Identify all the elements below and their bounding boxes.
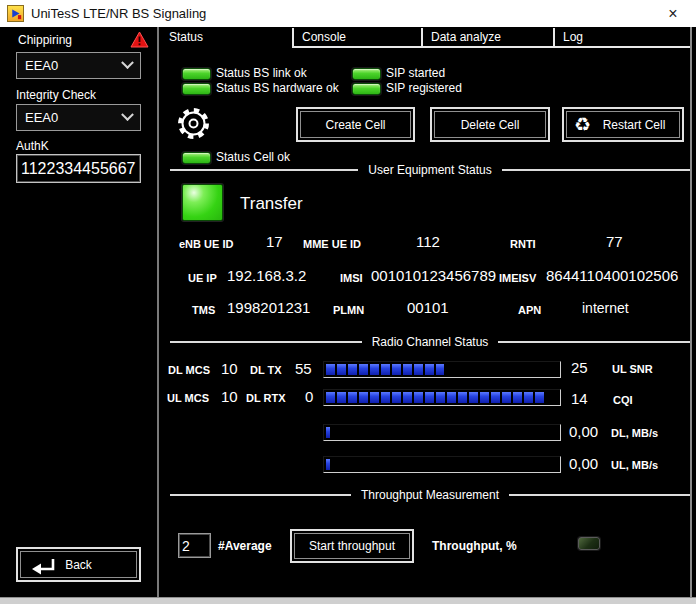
tms-value: 1998201231 [227, 299, 310, 316]
chevron-down-icon [121, 108, 134, 121]
integrity-label: Integrity Check [16, 88, 96, 102]
transfer-label: Transfer [240, 194, 303, 214]
title-bar: UniTesS LTE/NR BS Signaling × [0, 0, 696, 27]
window-right-border [690, 27, 692, 597]
enb-ue-id-label: eNB UE ID [179, 238, 233, 250]
sip-started-led [352, 68, 381, 80]
bs-hardware-label: Status BS hardware ok [216, 81, 339, 95]
tab-divider [553, 28, 555, 48]
tab-console-label: Console [302, 30, 346, 44]
start-throughput-button[interactable]: Start throughput [290, 529, 414, 563]
ul-mcs-label: UL MCS [167, 392, 209, 404]
recycle-icon: ♻ [574, 115, 591, 134]
cqi-bar [323, 389, 561, 406]
throughput-section-title: Throughput Measurement [361, 488, 499, 502]
enb-ue-id-value: 17 [266, 233, 283, 250]
back-label: Back [65, 558, 92, 572]
tab-status[interactable]: Status [159, 28, 292, 48]
chippiring-selected: EEA0 [25, 58, 58, 73]
imeisv-value: 8644110400102506 [546, 267, 678, 284]
close-button[interactable]: × [650, 0, 696, 27]
tab-underline [294, 46, 690, 48]
radio-section-title: Radio Channel Status [372, 335, 489, 349]
tab-data-analyze[interactable]: Data analyze [423, 28, 551, 48]
app-window: UniTesS LTE/NR BS Signaling × Chippiring… [0, 0, 696, 604]
apn-label: APN [518, 304, 541, 316]
integrity-dropdown[interactable]: EEA0 [16, 104, 141, 131]
mme-ue-id-value: 112 [416, 233, 440, 250]
dl-mcs-value: 10 [221, 360, 238, 377]
throughput-led [578, 537, 600, 550]
close-icon: × [668, 5, 677, 23]
separator-line [502, 169, 690, 171]
tab-divider [292, 28, 294, 48]
dl-tx-label: DL TX [250, 364, 282, 376]
ul-snr-bar [323, 361, 561, 378]
cqi-label: CQI [613, 394, 633, 406]
cqi-bar-fill [326, 392, 545, 403]
create-cell-button[interactable]: Create Cell [296, 107, 415, 142]
authk-label: AuthK [16, 139, 49, 153]
plmn-value: 00101 [407, 299, 449, 316]
window-title: UniTesS LTE/NR BS Signaling [31, 0, 206, 27]
dl-mcs-label: DL MCS [168, 364, 210, 376]
average-label: #Average [218, 539, 272, 553]
chippiring-dropdown[interactable]: EEA0 [16, 52, 141, 79]
imsi-value: 001010123456789 [371, 267, 496, 284]
horizontal-scrollbar[interactable] [0, 597, 696, 604]
plmn-label: PLMN [333, 304, 364, 316]
dl-mbs-value: 0,00 [569, 423, 598, 440]
dl-rtx-value: 0 [305, 388, 313, 405]
rnti-value: 77 [606, 233, 623, 250]
separator-line [509, 494, 690, 496]
integrity-selected: EEA0 [25, 110, 58, 125]
tab-console[interactable]: Console [294, 28, 420, 48]
chevron-down-icon [121, 56, 134, 69]
separator-line [170, 341, 362, 343]
sip-registered-label: SIP registered [386, 81, 462, 95]
start-throughput-label: Start throughput [309, 539, 395, 553]
restart-cell-button[interactable]: ♻ Restart Cell [562, 107, 684, 142]
app-icon [7, 5, 24, 22]
status-cell-label: Status Cell ok [216, 150, 290, 164]
tab-data-analyze-label: Data analyze [431, 30, 501, 44]
bs-link-label: Status BS link ok [216, 66, 307, 80]
ul-mbs-bar [323, 456, 561, 473]
authk-input[interactable] [16, 154, 141, 183]
gear-icon [176, 106, 211, 141]
dl-tx-value: 55 [295, 360, 312, 377]
bs-link-led [182, 68, 211, 80]
throughput-percent-label: Throughput, % [432, 539, 517, 553]
ue-section-title: User Equipment Status [368, 163, 491, 177]
ue-ip-value: 192.168.3.2 [227, 267, 306, 284]
average-input[interactable] [178, 533, 211, 558]
ul-mbs-bar-fill [326, 459, 330, 470]
ul-mcs-value: 10 [221, 388, 238, 405]
ul-mbs-value: 0,00 [569, 455, 598, 472]
mme-ue-id-label: MME UE ID [303, 238, 361, 250]
back-button[interactable]: Back [16, 547, 141, 582]
tms-label: TMS [192, 304, 215, 316]
tab-log-label: Log [563, 30, 583, 44]
sip-started-label: SIP started [386, 66, 445, 80]
chippiring-label: Chippiring [18, 33, 72, 47]
sip-registered-led [352, 83, 381, 95]
dl-mbs-label: DL, MB/s [611, 427, 658, 439]
restart-cell-label: Restart Cell [581, 118, 666, 132]
tab-log[interactable]: Log [555, 28, 690, 48]
dl-mbs-bar-fill [326, 427, 330, 438]
transfer-led [182, 184, 223, 221]
tab-divider [421, 28, 423, 48]
ul-snr-value: 25 [571, 359, 588, 376]
separator-line [170, 494, 351, 496]
cqi-value: 14 [571, 390, 588, 407]
ul-snr-bar-fill [326, 364, 444, 375]
tab-status-label: Status [169, 30, 203, 44]
rnti-label: RNTI [510, 238, 536, 250]
delete-cell-label: Delete Cell [461, 118, 520, 132]
ue-section-separator: User Equipment Status [170, 163, 690, 177]
ul-snr-label: UL SNR [612, 363, 653, 375]
delete-cell-button[interactable]: Delete Cell [430, 107, 550, 142]
create-cell-label: Create Cell [325, 118, 385, 132]
imsi-label: IMSI [340, 272, 363, 284]
